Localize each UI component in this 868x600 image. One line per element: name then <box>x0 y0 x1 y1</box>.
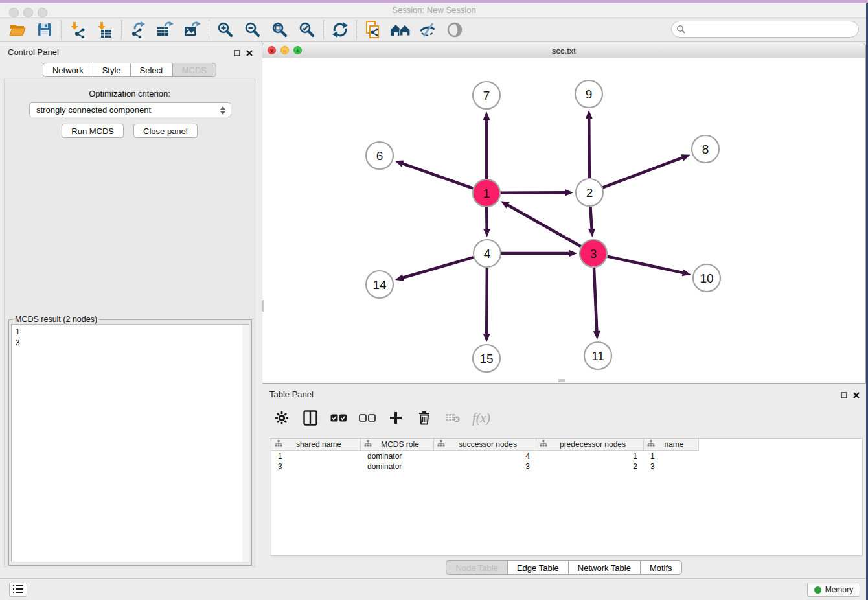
settings-gear-icon[interactable] <box>271 407 293 429</box>
graph-node-14[interactable]: 14 <box>366 271 393 298</box>
toolbar-separator <box>323 20 324 40</box>
tab-edge-table[interactable]: Edge Table <box>507 560 568 575</box>
graph-node-11[interactable]: 11 <box>584 342 611 369</box>
graph-node-15[interactable]: 15 <box>473 345 500 372</box>
column-header-MCDS-role[interactable]: MCDS role <box>361 439 434 451</box>
graph-node-8[interactable]: 8 <box>692 135 719 163</box>
svg-text:9: 9 <box>586 87 593 101</box>
criterion-select[interactable]: strongly connected component <box>29 102 231 117</box>
network-window-titlebar[interactable]: x – + scc.txt <box>262 43 865 58</box>
tab-network[interactable]: Network <box>43 63 93 77</box>
refresh-icon[interactable] <box>326 19 354 41</box>
graph-edge-4-15[interactable] <box>483 268 490 342</box>
network-canvas[interactable]: 7968124314101511 <box>262 58 865 383</box>
graph-edge-2-9[interactable] <box>586 110 593 178</box>
tree-icon <box>364 440 372 449</box>
graph-node-4[interactable]: 4 <box>474 240 501 267</box>
memory-status-icon <box>814 586 821 594</box>
chevron-up-down-icon <box>220 106 226 117</box>
column-browser-icon[interactable] <box>299 407 321 429</box>
zoom-in-icon[interactable] <box>212 19 239 41</box>
tab-network-table[interactable]: Network Table <box>568 560 640 575</box>
tab-mcds[interactable]: MCDS <box>172 63 216 77</box>
table-header-row: shared nameMCDS rolesuccessor nodesprede… <box>271 439 862 451</box>
duplicate-network-icon[interactable] <box>360 19 387 41</box>
export-table-icon[interactable] <box>152 19 179 41</box>
graph-edge-1-4[interactable] <box>483 207 490 237</box>
horizontal-scrollbar-nub[interactable] <box>558 379 565 382</box>
close-panel-button[interactable]: Close panel <box>133 124 198 138</box>
status-bar: Memory <box>0 578 868 600</box>
graph-edge-2-8[interactable] <box>603 154 691 187</box>
search-input[interactable] <box>671 21 859 38</box>
function-builder-icon[interactable]: f(x) <box>470 407 492 429</box>
svg-text:15: 15 <box>479 352 493 365</box>
open-session-icon[interactable] <box>4 19 31 41</box>
graph-edge-3-10[interactable] <box>607 257 691 277</box>
table-row[interactable]: 1dominator411 <box>271 451 862 461</box>
graph-node-2[interactable]: 2 <box>576 179 603 206</box>
network-graph[interactable]: 7968124314101511 <box>262 58 865 383</box>
show-icon[interactable] <box>441 19 468 41</box>
zoom-out-icon[interactable] <box>239 19 266 41</box>
graph-edge-1-2[interactable] <box>501 189 573 196</box>
graph-edge-2-3[interactable] <box>588 207 595 237</box>
delete-table-icon[interactable] <box>442 407 464 429</box>
tree-icon <box>647 440 655 449</box>
tab-motifs[interactable]: Motifs <box>640 560 682 575</box>
table-cell: 1 <box>536 451 644 461</box>
vertical-scrollbar-nub[interactable] <box>262 300 264 312</box>
graph-edge-4-14[interactable] <box>395 257 474 281</box>
hide-icon[interactable] <box>414 19 441 41</box>
graph-node-1[interactable]: 1 <box>473 179 500 207</box>
graph-node-3[interactable]: 3 <box>580 240 607 267</box>
tab-node-table[interactable]: Node Table <box>446 560 507 575</box>
graph-edge-3-1[interactable] <box>501 201 581 246</box>
memory-button[interactable]: Memory <box>807 583 860 597</box>
mcds-result-textarea[interactable]: 13 <box>11 324 249 562</box>
graph-node-9[interactable]: 9 <box>575 80 602 108</box>
tree-icon <box>275 440 282 449</box>
graph-node-6[interactable]: 6 <box>366 142 393 169</box>
export-network-icon[interactable] <box>124 19 152 41</box>
export-image-icon[interactable] <box>179 19 206 41</box>
task-history-button[interactable] <box>9 583 27 597</box>
tab-select[interactable]: Select <box>130 63 172 77</box>
table-cell: 3 <box>271 461 361 472</box>
select-all-icon[interactable] <box>328 407 350 429</box>
table-row[interactable]: 3dominator323 <box>271 461 862 472</box>
graph-edge-1-7[interactable] <box>483 111 490 179</box>
deselect-all-icon[interactable] <box>356 407 378 429</box>
import-table-icon[interactable] <box>91 19 119 41</box>
float-panel-icon[interactable] <box>841 389 847 401</box>
import-network-icon[interactable] <box>64 19 91 41</box>
graph-edge-3-11[interactable] <box>593 268 600 340</box>
control-panel-tab-bar: NetworkStyleSelectMCDS <box>0 63 259 77</box>
network-view-window: x – + scc.txt 7968124314101511 <box>262 43 866 384</box>
mcds-result-line: 1 <box>16 327 245 338</box>
svg-text:7: 7 <box>483 89 490 102</box>
column-header-successor-nodes[interactable]: successor nodes <box>434 439 536 451</box>
close-panel-icon[interactable] <box>246 47 253 59</box>
zoom-fit-icon[interactable] <box>266 19 293 41</box>
zoom-selected-icon[interactable] <box>293 19 321 41</box>
close-panel-icon[interactable] <box>853 389 860 401</box>
run-mcds-button[interactable]: Run MCDS <box>62 124 124 138</box>
table-cell: 4 <box>434 451 536 461</box>
column-header-name[interactable]: name <box>644 439 699 451</box>
float-panel-icon[interactable] <box>234 47 240 59</box>
delete-column-icon[interactable] <box>413 407 435 429</box>
column-header-shared-name[interactable]: shared name <box>271 439 361 451</box>
graph-node-7[interactable]: 7 <box>473 82 500 109</box>
home-icon[interactable] <box>387 19 414 41</box>
add-column-icon[interactable] <box>385 407 407 429</box>
column-header-predecessor-nodes[interactable]: predecessor nodes <box>536 439 644 451</box>
svg-text:4: 4 <box>484 247 491 260</box>
save-session-icon[interactable] <box>31 19 58 41</box>
graph-node-10[interactable]: 10 <box>693 264 720 292</box>
tab-style[interactable]: Style <box>93 63 130 77</box>
graph-edge-4-3[interactable] <box>501 250 577 257</box>
result-scrollbar[interactable] <box>242 325 249 562</box>
table-tab-bar: Node TableEdge TableNetwork TableMotifs <box>262 560 866 575</box>
graph-edge-1-6[interactable] <box>395 160 474 188</box>
